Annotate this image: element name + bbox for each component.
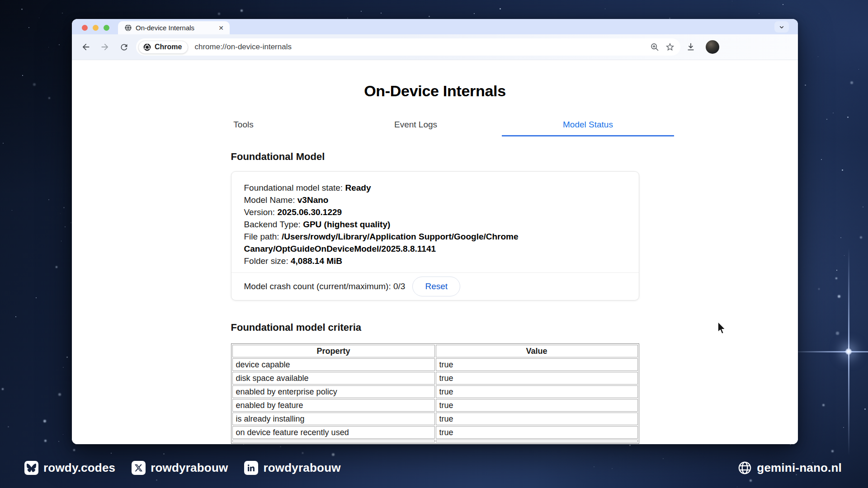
criteria-section-heading: Foundational model criteria: [231, 322, 639, 333]
tab-model-status[interactable]: Model Status: [502, 115, 674, 136]
model-name-row: Model Name:v3Nano: [244, 194, 626, 206]
folder-size-row: Folder size:4,088.14 MiB: [244, 255, 626, 267]
minimize-window-button[interactable]: [93, 25, 99, 31]
globe-favicon-icon: [124, 24, 132, 32]
mouse-cursor: [717, 321, 728, 336]
globe-icon: [737, 460, 752, 475]
close-window-button[interactable]: [82, 25, 88, 31]
tab-model-status-label: Model Status: [563, 120, 613, 129]
footer-site-label: gemini-nano.nl: [757, 461, 842, 475]
page-tabs: Tools Event Logs Model Status: [157, 115, 674, 136]
browser-window: On-device Internals ✕: [72, 19, 798, 444]
footer-link-label: rowdyrabouw: [151, 461, 228, 475]
crash-count-row: Model crash count (current/maximum): 0/3…: [231, 273, 639, 300]
tab-event-logs[interactable]: Event Logs: [330, 115, 502, 136]
back-button[interactable]: [77, 38, 94, 56]
model-section-heading: Foundational Model: [231, 151, 639, 163]
downloads-button[interactable]: [682, 38, 699, 56]
footer-link-x[interactable]: rowdyrabouw: [132, 461, 228, 475]
x-logo-icon: [132, 461, 146, 475]
tab-search-button[interactable]: [774, 21, 789, 33]
crash-count-label: Model crash count (current/maximum): 0/3: [244, 282, 406, 291]
value-header: Value: [436, 345, 638, 357]
footer-site-link[interactable]: gemini-nano.nl: [737, 460, 842, 475]
profile-avatar[interactable]: [706, 40, 719, 54]
tab-tools[interactable]: Tools: [157, 115, 330, 136]
file-path-row: File path:/Users/rowdy/Library/Applicati…: [244, 230, 626, 255]
page-title: On-Device Internals: [72, 82, 798, 100]
footer-social-links: rowdy.codes rowdyrabouw rowdyrabouw: [24, 461, 341, 475]
table-row: is already installingtrue: [232, 413, 638, 425]
table-row: on device feature recently usedtrue: [232, 426, 638, 439]
criteria-table: Property Value device capabletrue disk s…: [231, 343, 639, 444]
table-header-row: Property Value: [232, 345, 638, 357]
footer-link-linkedin[interactable]: rowdyrabouw: [244, 461, 340, 475]
bluesky-butterfly-icon: [24, 461, 38, 475]
table-row: enabled by featuretrue: [232, 399, 638, 412]
footer: rowdy.codes rowdyrabouw rowdyrabouw gemi…: [0, 451, 868, 488]
tab-event-logs-label: Event Logs: [394, 120, 437, 129]
footer-link-label: rowdyrabouw: [263, 461, 340, 475]
property-header: Property: [232, 345, 435, 357]
bookmark-star-icon[interactable]: [665, 42, 675, 52]
tab-strip: On-device Internals ✕: [72, 19, 798, 34]
model-info: Foundational model state:Ready Model Nam…: [231, 172, 639, 272]
footer-link-bluesky[interactable]: rowdy.codes: [24, 461, 115, 475]
chevron-down-icon: [778, 23, 785, 31]
back-arrow-icon: [81, 42, 91, 52]
model-state-row: Foundational model state:Ready: [244, 182, 626, 194]
fullscreen-window-button[interactable]: [104, 25, 109, 31]
tab-close-icon[interactable]: ✕: [217, 24, 225, 32]
url-text[interactable]: chrome://on-device-internals: [194, 42, 650, 52]
table-row: device capabletrue: [232, 358, 638, 371]
tab-title: On-device Internals: [136, 24, 213, 32]
table-row: disk space availabletrue: [232, 372, 638, 385]
page-content: On-Device Internals Tools Event Logs Mod…: [72, 60, 798, 444]
window-controls: [82, 25, 109, 31]
linkedin-logo-icon: [244, 461, 258, 475]
address-bar[interactable]: Chrome chrome://on-device-internals: [136, 38, 680, 56]
forward-button[interactable]: [96, 38, 113, 56]
chrome-logo-icon: [143, 43, 151, 52]
download-icon: [686, 42, 696, 52]
chrome-chip[interactable]: Chrome: [138, 41, 188, 54]
forward-arrow-icon: [100, 42, 110, 52]
reload-button[interactable]: [115, 38, 132, 56]
reset-button[interactable]: Reset: [412, 277, 460, 296]
tab-tools-label: Tools: [233, 120, 253, 129]
chrome-chip-label: Chrome: [155, 43, 182, 51]
table-row-clipped: [232, 440, 638, 442]
reload-icon: [119, 42, 129, 52]
model-version-row: Version:2025.06.30.1229: [244, 206, 626, 218]
zoom-icon[interactable]: [650, 42, 660, 52]
model-card: Foundational model state:Ready Model Nam…: [231, 171, 639, 300]
footer-link-label: rowdy.codes: [43, 461, 115, 475]
browser-tab[interactable]: On-device Internals ✕: [118, 21, 230, 34]
backend-type-row: Backend Type:GPU (highest quality): [244, 218, 626, 230]
browser-toolbar: Chrome chrome://on-device-internals: [72, 34, 798, 60]
table-row: enabled by enterprise policytrue: [232, 385, 638, 398]
